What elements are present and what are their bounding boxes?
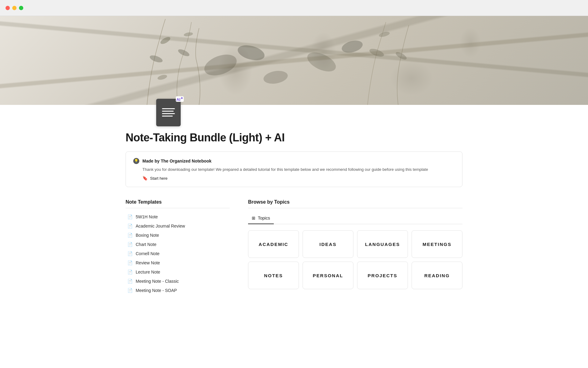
topic-label: PERSONAL [313,273,343,278]
icon-line-4 [162,116,173,117]
template-item[interactable]: 📄 Meeting Note - Classic [126,278,230,285]
doc-icon: 📄 [127,270,133,274]
topic-label: NOTES [264,273,283,278]
svg-point-7 [395,51,408,61]
template-item[interactable]: 📄 Boxing Note [126,232,230,239]
page-icon-wrapper: AI✦ [156,99,181,126]
topic-label: LANGUAGES [365,242,400,247]
icon-line-2 [162,111,174,112]
svg-point-9 [236,43,266,63]
topic-card-academic[interactable]: ACADEMIC [248,230,299,258]
topic-card-projects[interactable]: PROJECTS [357,262,408,289]
template-item[interactable]: 📄 Chart Note [126,241,230,248]
doc-icon: 📄 [127,242,133,247]
template-item[interactable]: 📄 Review Note [126,259,230,266]
topic-label: MEETINGS [423,242,451,247]
template-item[interactable]: 📄 Cornell Note [126,250,230,257]
templates-section-title: Note Templates [126,199,230,208]
minimize-button[interactable] [12,6,17,10]
template-item[interactable]: 📄 Meeting Note - SOAP [126,287,230,294]
icon-line-1 [162,108,175,109]
svg-point-1 [149,54,164,64]
template-label: Review Note [136,260,160,265]
hero-banner [0,16,588,105]
info-box-description: Thank you for downloading our template! … [142,167,455,173]
topics-column: Browse by Topics ⊞ Topics ACADEMIC IDEAS… [248,199,462,289]
template-item[interactable]: 📄 Academic Journal Review [126,222,230,230]
topic-label: IDEAS [319,242,337,247]
svg-point-0 [159,36,171,45]
svg-point-2 [157,74,168,81]
info-icon: 💡 [133,158,139,164]
ai-badge: AI✦ [176,96,184,102]
doc-icon: 📄 [127,233,133,238]
doc-icon: 📄 [127,224,133,228]
page-icon-lines [160,106,177,119]
topic-label: PROJECTS [368,273,398,278]
topics-tab-bar: ⊞ Topics [248,213,462,224]
topic-label: ACADEMIC [259,242,288,247]
close-button[interactable] [6,6,10,10]
template-label: Boxing Note [136,233,159,238]
topics-tab-label: Topics [258,216,270,220]
topic-card-languages[interactable]: LANGUAGES [357,230,408,258]
topics-tab[interactable]: ⊞ Topics [248,213,274,224]
svg-point-4 [183,32,193,37]
svg-point-12 [341,39,364,55]
info-box-header: 💡 Made by The Organized Notebook [133,158,455,164]
template-label: Academic Journal Review [136,224,185,228]
template-label: Cornell Note [136,251,160,256]
topics-section-title: Browse by Topics [248,199,462,208]
topic-card-reading[interactable]: READING [412,262,462,289]
doc-icon: 📄 [127,288,133,293]
grid-icon: ⊞ [252,216,255,220]
topic-grid: ACADEMIC IDEAS LANGUAGES MEETINGS NOTES … [248,230,462,289]
template-label: Chart Note [136,242,156,247]
doc-icon: 📄 [127,214,133,219]
doc-icon: 📄 [127,260,133,265]
titlebar [0,0,588,16]
start-here-label: Start here [150,176,168,181]
svg-point-10 [262,69,289,85]
svg-point-11 [304,48,339,75]
template-item[interactable]: 📄 5W1H Note [126,213,230,220]
info-box-author: Made by The Organized Notebook [142,159,212,163]
doc-icon: 📄 [127,279,133,284]
start-here-link[interactable]: 🔖 Start here [142,176,455,181]
template-list: 📄 5W1H Note 📄 Academic Journal Review 📄 … [126,213,230,294]
templates-column: Note Templates 📄 5W1H Note 📄 Academic Jo… [126,199,230,294]
hero-decoration [0,16,588,105]
svg-point-3 [177,48,190,57]
two-col-layout: Note Templates 📄 5W1H Note 📄 Academic Jo… [126,199,462,294]
template-label: Meeting Note - SOAP [136,288,177,293]
template-label: Lecture Note [136,270,160,274]
svg-point-6 [379,31,390,38]
svg-point-5 [368,47,385,58]
template-label: Meeting Note - Classic [136,279,179,284]
topic-label: READING [424,273,450,278]
page-title: Note-Taking Bundle (Light) + AI [126,131,462,144]
topic-card-ideas[interactable]: IDEAS [303,230,353,258]
template-item[interactable]: 📄 Lecture Note [126,268,230,276]
topic-card-notes[interactable]: NOTES [248,262,299,289]
svg-point-8 [202,51,239,79]
info-box: 💡 Made by The Organized Notebook Thank y… [126,151,462,187]
template-label: 5W1H Note [136,214,158,219]
bookmark-icon: 🔖 [142,176,148,181]
icon-line-3 [162,113,175,114]
maximize-button[interactable] [19,6,23,10]
doc-icon: 📄 [127,251,133,256]
topic-card-personal[interactable]: PERSONAL [303,262,353,289]
topic-card-meetings[interactable]: MEETINGS [412,230,462,258]
page-icon: AI✦ [156,99,181,126]
